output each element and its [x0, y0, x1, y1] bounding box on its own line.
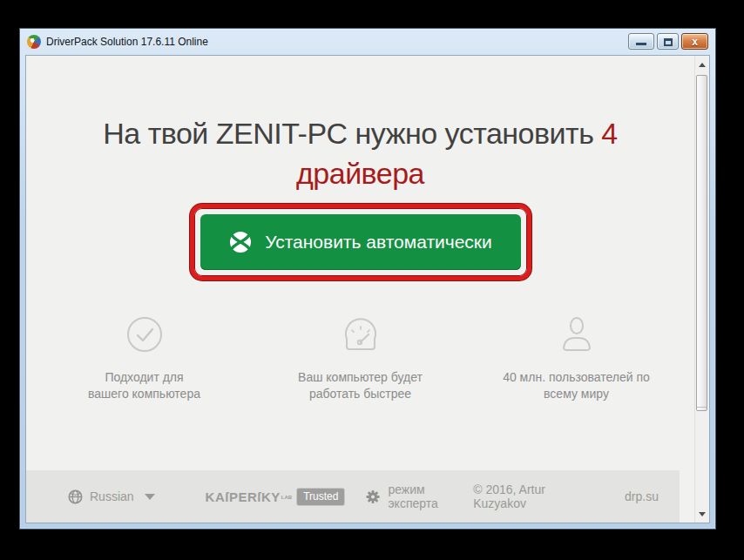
maximize-button[interactable]	[657, 33, 679, 50]
feature-caption: Подходит длявашего компьютера	[37, 369, 253, 402]
feature-caption: Ваш компьютер будетработать быстрее	[253, 369, 469, 402]
minimize-button[interactable]	[628, 33, 654, 50]
install-automatically-button[interactable]: Установить автоматически	[200, 214, 521, 270]
expert-mode-label: режим эксперта	[388, 482, 473, 510]
page-title: На твой ZENIT-PC нужно установить 4 драй…	[26, 113, 694, 193]
user-icon	[558, 315, 596, 354]
expert-mode-toggle[interactable]: режим эксперта	[366, 482, 473, 510]
driverpack-logo-icon	[27, 35, 41, 49]
heading-drivers-word: драйвера	[296, 157, 424, 190]
language-selector[interactable]: Russian	[68, 489, 155, 504]
driver-count: 4	[601, 117, 617, 150]
feature-faster: Ваш компьютер будетработать быстрее	[253, 315, 469, 402]
titlebar[interactable]: DriverPack Solution 17.6.11 Online x	[20, 29, 715, 54]
speedometer-icon	[339, 315, 382, 354]
kaspersky-lab-label: LAB	[281, 495, 292, 500]
install-button-label: Установить автоматически	[265, 232, 492, 253]
minimize-icon	[636, 43, 646, 45]
kaspersky-trusted-badge[interactable]: KAſPERſKY LAB Trusted	[206, 488, 346, 506]
driverpack-window: DriverPack Solution 17.6.11 Online x На …	[19, 28, 716, 530]
gear-icon	[366, 489, 380, 504]
scroll-down-button[interactable]	[695, 507, 709, 521]
scroll-up-button[interactable]	[695, 57, 709, 71]
trusted-label: Trusted	[296, 488, 345, 506]
maximize-icon	[664, 38, 673, 46]
features-row: Подходит длявашего компьютера	[37, 315, 685, 402]
arrow-down-icon	[699, 512, 706, 516]
footer-bar: Russian KAſPERſKY LAB Trusted	[26, 470, 680, 523]
heading-text: На твой ZENIT-PC нужно установить	[103, 117, 593, 150]
arrow-up-icon	[699, 63, 706, 67]
site-link[interactable]: drp.su	[625, 489, 659, 503]
screenshot-canvas: { "window": { "title": "DriverPack Solut…	[0, 0, 744, 560]
chevron-down-icon	[145, 494, 155, 500]
feature-caption: 40 млн. пользователей повсему миру	[469, 369, 685, 402]
annotation-highlight-ring: Установить автоматически	[190, 204, 531, 280]
feature-compatible: Подходит длявашего компьютера	[37, 315, 253, 402]
scrollbar-thumb[interactable]	[696, 75, 707, 411]
close-button[interactable]: x	[681, 33, 708, 50]
main-content: На твой ZENIT-PC нужно установить 4 драй…	[26, 56, 694, 523]
close-icon: x	[692, 36, 698, 48]
feature-users: 40 млн. пользователей повсему миру	[469, 315, 685, 402]
vertical-scrollbar[interactable]	[694, 56, 709, 523]
copyright-text: © 2016, Artur Kuzyakov	[473, 482, 595, 510]
check-circle-icon	[125, 315, 164, 354]
window-title: DriverPack Solution 17.6.11 Online	[46, 36, 208, 48]
language-label: Russian	[90, 489, 134, 503]
client-area: На твой ZENIT-PC нужно установить 4 драй…	[25, 55, 710, 523]
driverpack-sphere-icon	[228, 230, 253, 254]
window-controls: x	[628, 33, 708, 50]
kaspersky-wordmark: KAſPERſKY	[206, 489, 281, 504]
globe-icon	[68, 489, 83, 504]
